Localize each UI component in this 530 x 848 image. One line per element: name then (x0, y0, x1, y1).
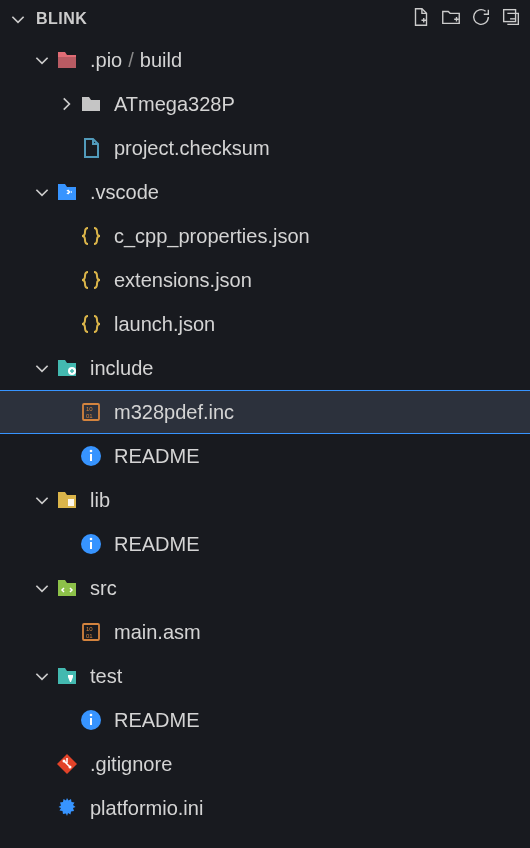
chevron-down-icon (30, 183, 54, 201)
folder-vscode[interactable]: .vscode (0, 170, 530, 214)
svg-rect-9 (68, 499, 74, 506)
folder-test[interactable]: test (0, 654, 530, 698)
gear-icon (54, 795, 80, 821)
svg-rect-11 (90, 542, 92, 549)
collapse-all-icon[interactable] (500, 6, 522, 32)
folder-label: test (90, 665, 122, 688)
file-label: README (114, 709, 200, 732)
binary-icon: 1001 (78, 619, 104, 645)
folder-atmega328p[interactable]: ATmega328P (0, 82, 530, 126)
new-folder-icon[interactable] (440, 6, 462, 32)
folder-lib-icon (54, 487, 80, 513)
file-label: platformio.ini (90, 797, 203, 820)
file-label: README (114, 533, 200, 556)
file-readme-lib[interactable]: README (0, 522, 530, 566)
file-label: project.checksum (114, 137, 270, 160)
header-actions (410, 6, 522, 32)
svg-text:10: 10 (86, 626, 93, 632)
file-label: main.asm (114, 621, 201, 644)
info-icon (78, 531, 104, 557)
file-label: extensions.json (114, 269, 252, 292)
svg-point-12 (90, 538, 93, 541)
file-readme-include[interactable]: README (0, 434, 530, 478)
folder-label: ATmega328P (114, 93, 235, 116)
folder-label: lib (90, 489, 110, 512)
git-icon (54, 751, 80, 777)
svg-rect-7 (90, 454, 92, 461)
refresh-icon[interactable] (470, 6, 492, 32)
project-title: BLINK (36, 10, 410, 28)
file-readme-test[interactable]: README (0, 698, 530, 742)
folder-label: src (90, 577, 117, 600)
file-m328pdef-inc[interactable]: 1001 m328pdef.inc (0, 390, 530, 434)
folder-icon (78, 91, 104, 117)
explorer-header[interactable]: BLINK (0, 0, 530, 38)
chevron-down-icon (30, 667, 54, 685)
chevron-down-icon (30, 579, 54, 597)
chevron-down-icon (30, 491, 54, 509)
file-launch-json[interactable]: launch.json (0, 302, 530, 346)
info-icon (78, 707, 104, 733)
file-gitignore[interactable]: .gitignore (0, 742, 530, 786)
svg-rect-1 (58, 57, 76, 68)
file-label: README (114, 445, 200, 468)
file-label: m328pdef.inc (114, 401, 234, 424)
svg-text:10: 10 (86, 406, 93, 412)
folder-label: include (90, 357, 153, 380)
json-icon (78, 311, 104, 337)
folder-include-icon (54, 355, 80, 381)
info-icon (78, 443, 104, 469)
chevron-down-icon (30, 359, 54, 377)
file-label: .gitignore (90, 753, 172, 776)
binary-icon: 1001 (78, 399, 104, 425)
svg-rect-0 (504, 10, 516, 22)
file-main-asm[interactable]: 1001 main.asm (0, 610, 530, 654)
svg-text:01: 01 (86, 413, 93, 419)
folder-label: .pio / build (90, 49, 182, 72)
svg-text:01: 01 (86, 633, 93, 639)
file-extensions-json[interactable]: extensions.json (0, 258, 530, 302)
json-icon (78, 223, 104, 249)
file-label: launch.json (114, 313, 215, 336)
svg-point-18 (90, 714, 93, 717)
folder-vscode-icon (54, 179, 80, 205)
file-icon (78, 135, 104, 161)
json-icon (78, 267, 104, 293)
folder-pio-build[interactable]: .pio / build (0, 38, 530, 82)
folder-icon (54, 47, 80, 73)
chevron-down-icon (6, 10, 30, 28)
folder-lib[interactable]: lib (0, 478, 530, 522)
file-label: c_cpp_properties.json (114, 225, 310, 248)
folder-src-icon (54, 575, 80, 601)
folder-src[interactable]: src (0, 566, 530, 610)
svg-point-8 (90, 450, 93, 453)
new-file-icon[interactable] (410, 6, 432, 32)
file-project-checksum[interactable]: project.checksum (0, 126, 530, 170)
chevron-down-icon (30, 51, 54, 69)
folder-label: .vscode (90, 181, 159, 204)
file-c-cpp-properties[interactable]: c_cpp_properties.json (0, 214, 530, 258)
folder-test-icon (54, 663, 80, 689)
folder-include[interactable]: include (0, 346, 530, 390)
chevron-right-icon (54, 95, 78, 113)
file-platformio-ini[interactable]: platformio.ini (0, 786, 530, 830)
svg-rect-17 (90, 718, 92, 725)
